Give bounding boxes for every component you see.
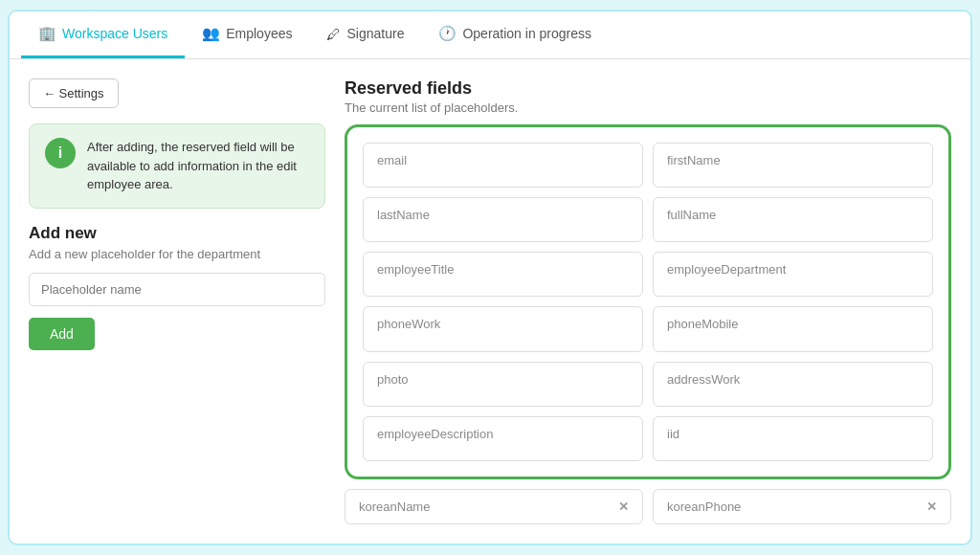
add-new-section: Add new Add a new placeholder for the de…	[29, 224, 325, 350]
operation-icon: 🕐	[438, 25, 457, 42]
field-phoneMobile: phoneMobile	[653, 306, 933, 351]
remove-koreanPhone-button[interactable]: ✕	[926, 500, 937, 514]
remove-koreanName-button[interactable]: ✕	[618, 500, 629, 514]
field-employeeTitle: employeeTitle	[363, 252, 643, 297]
tab-signature[interactable]: 🖊 Signature	[309, 11, 421, 58]
workspace-users-icon: 🏢	[38, 25, 56, 42]
field-fullName: fullName	[653, 197, 933, 242]
field-addressWork: addressWork	[653, 362, 933, 407]
field-employeeDepartment: employeeDepartment	[653, 252, 933, 297]
placeholder-name-input[interactable]	[29, 273, 325, 306]
info-icon: i	[45, 138, 76, 168]
info-box: i After adding, the reserved field will …	[29, 123, 325, 209]
custom-field-koreanPhone: koreanPhone ✕	[653, 489, 951, 524]
field-phoneWork: phoneWork	[363, 306, 643, 351]
tab-workspace-users[interactable]: 🏢 Workspace Users	[21, 11, 185, 58]
info-text: After adding, the reserved field will be…	[87, 138, 309, 194]
add-new-subtitle: Add a new placeholder for the department	[29, 247, 325, 261]
reserved-fields-title: Reserved fields	[345, 78, 951, 99]
field-lastName: lastName	[363, 197, 643, 242]
app-window: 🏢 Workspace Users 👥 Employees 🖊 Signatur…	[8, 10, 972, 545]
field-firstName: firstName	[653, 143, 933, 188]
right-panel: Reserved fields The current list of plac…	[345, 78, 951, 524]
left-panel: ← Settings i After adding, the reserved …	[29, 78, 325, 524]
tab-bar: 🏢 Workspace Users 👥 Employees 🖊 Signatur…	[10, 11, 970, 59]
reserved-fields-box: email firstName lastName fullName employ…	[345, 124, 951, 479]
settings-button[interactable]: ← Settings	[29, 78, 119, 108]
custom-field-koreanName: koreanName ✕	[345, 489, 643, 524]
signature-icon: 🖊	[326, 26, 341, 42]
add-button[interactable]: Add	[29, 318, 95, 350]
field-photo: photo	[363, 362, 643, 407]
tab-operation-in-progress[interactable]: 🕐 Operation in progress	[421, 11, 609, 58]
reserved-fields-subtitle: The current list of placeholders.	[345, 100, 951, 115]
add-new-title: Add new	[29, 224, 325, 243]
field-email: email	[363, 143, 643, 188]
main-content: ← Settings i After adding, the reserved …	[10, 59, 970, 544]
field-employeeDescription: employeeDescription	[363, 416, 643, 461]
tab-employees[interactable]: 👥 Employees	[185, 11, 309, 58]
employees-icon: 👥	[202, 25, 220, 42]
field-iid: iid	[653, 416, 933, 461]
custom-fields-row: koreanName ✕ koreanPhone ✕	[345, 489, 951, 524]
